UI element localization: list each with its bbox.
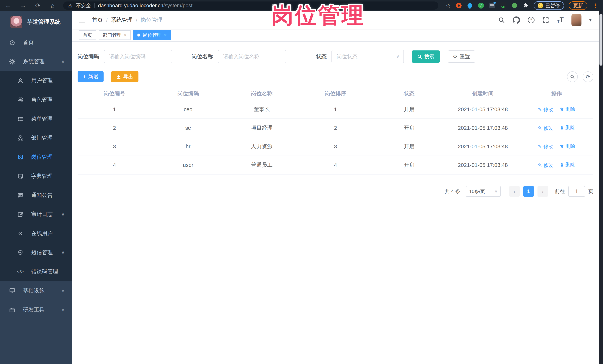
- reload-icon[interactable]: ⟳: [34, 2, 42, 9]
- sidebar-item-menus[interactable]: 菜单管理: [0, 109, 72, 128]
- edit-link[interactable]: ✎修改: [538, 125, 553, 132]
- extension-gif-icon[interactable]: GIF: [500, 2, 507, 9]
- fullscreen-icon[interactable]: [542, 17, 549, 23]
- chevron-up-icon: ∧: [61, 59, 65, 64]
- forward-icon[interactable]: →: [19, 2, 27, 9]
- add-button[interactable]: + 新增: [78, 71, 104, 82]
- sidebar: 芋道管理系统 首页 系统管理 ∧ 用户管理: [0, 11, 72, 364]
- sidebar-item-audit-log[interactable]: 审计日志 ∨: [0, 205, 72, 224]
- search-icon[interactable]: [498, 17, 505, 23]
- extension-sliders-icon[interactable]: [489, 2, 495, 9]
- breadcrumb-system[interactable]: 系统管理: [111, 16, 132, 24]
- delete-link[interactable]: 删除: [560, 162, 575, 168]
- page-size-value: 10条/页: [469, 188, 485, 195]
- cell-post-name: 董事长: [225, 100, 299, 119]
- status-select[interactable]: 岗位状态 ∨: [331, 50, 404, 63]
- emoji-face-icon: [538, 3, 543, 8]
- org-tree-icon: [16, 135, 24, 141]
- edit-link[interactable]: ✎修改: [538, 162, 553, 169]
- bookmark-star-icon[interactable]: ☆: [445, 2, 451, 9]
- toggle-search-button[interactable]: [567, 71, 578, 82]
- page-size-select[interactable]: 10条/页 ∨: [466, 186, 501, 197]
- dev-tools-icon: [8, 307, 16, 313]
- delete-link[interactable]: 删除: [560, 124, 575, 131]
- browser-menu-dots-icon[interactable]: ⋮: [593, 2, 599, 9]
- extensions-puzzle-icon[interactable]: [522, 2, 529, 9]
- sidebar-item-users[interactable]: 用户管理: [0, 71, 72, 90]
- github-icon[interactable]: [513, 16, 520, 24]
- cell-post-sort: 1: [299, 100, 372, 119]
- export-button[interactable]: 导出: [111, 71, 139, 82]
- close-icon[interactable]: ×: [164, 33, 167, 38]
- breadcrumb-home[interactable]: 首页: [92, 16, 103, 24]
- refresh-button[interactable]: ⟳: [583, 71, 593, 82]
- caret-down-icon[interactable]: ▾: [589, 17, 591, 23]
- home-icon[interactable]: ⌂: [49, 2, 57, 9]
- next-page-button[interactable]: ›: [537, 186, 548, 197]
- sidebar-item-label: 岗位管理: [31, 153, 53, 161]
- extension-paused-badge[interactable]: 已暂停: [533, 1, 564, 10]
- tab-home[interactable]: 首页: [79, 30, 96, 40]
- sidebar-logo-row[interactable]: 芋道管理系统: [0, 11, 72, 33]
- cell-post-sort: 3: [299, 137, 372, 156]
- edit-link[interactable]: ✎修改: [538, 143, 553, 150]
- help-icon[interactable]: ?: [528, 17, 534, 23]
- table-row[interactable]: 4 user 普通员工 4 开启 2021-01-05 17:03:48 ✎修改…: [78, 156, 593, 174]
- extension-check-icon[interactable]: ✓: [478, 2, 484, 9]
- sidebar-item-posts[interactable]: 岗位管理: [0, 147, 72, 166]
- sms-icon: [16, 250, 24, 255]
- current-page[interactable]: 1: [523, 186, 534, 197]
- reset-button[interactable]: ⟳ 重置: [448, 50, 475, 63]
- search-button[interactable]: 搜索: [412, 50, 440, 63]
- cell-created-at: 2021-01-05 17:03:48: [446, 137, 520, 156]
- tab-departments[interactable]: 部门管理 ×: [99, 30, 131, 40]
- avatar[interactable]: [571, 14, 581, 26]
- scrollbar-thumb[interactable]: [600, 14, 603, 66]
- sidebar-item-online-users[interactable]: 在线用户: [0, 224, 72, 243]
- table-header-row: 岗位编号 岗位编码 岗位名称 岗位排序 状态 创建时间 操作: [78, 87, 593, 100]
- vertical-scrollbar[interactable]: [599, 11, 603, 364]
- table-row[interactable]: 1 ceo 董事长 1 开启 2021-01-05 17:03:48 ✎修改 删…: [78, 100, 593, 119]
- extension-donut-icon[interactable]: [456, 2, 462, 9]
- cell-post-name: 人力资源: [225, 137, 299, 156]
- sidebar-item-system[interactable]: 系统管理 ∧: [0, 52, 72, 71]
- export-button-label: 导出: [123, 73, 133, 80]
- delete-link[interactable]: 删除: [560, 143, 575, 149]
- edit-link[interactable]: ✎修改: [538, 106, 553, 113]
- sidebar-item-label: 通知公告: [31, 192, 53, 199]
- paused-label: 已暂停: [545, 2, 560, 9]
- close-icon[interactable]: ×: [124, 33, 127, 38]
- prev-page-button[interactable]: ‹: [509, 186, 520, 197]
- sidebar-item-error-codes[interactable]: </> 错误码管理: [0, 262, 72, 281]
- security-label: 不安全: [76, 2, 91, 9]
- app-logo: [10, 16, 22, 28]
- browser-nav-buttons: ← → ⟳ ⌂: [4, 2, 57, 9]
- table-row[interactable]: 2 se 项目经理 2 开启 2021-01-05 17:03:48 ✎修改 删…: [78, 119, 593, 137]
- sidebar-item-dictionary[interactable]: 字典管理: [0, 166, 72, 186]
- extension-pin-icon[interactable]: [467, 2, 473, 9]
- sidebar-item-roles[interactable]: 角色管理: [0, 90, 72, 109]
- back-icon[interactable]: ←: [4, 2, 12, 9]
- font-size-icon[interactable]: TT: [557, 16, 564, 24]
- sidebar-item-departments[interactable]: 部门管理: [0, 128, 72, 147]
- post-name-input[interactable]: [218, 50, 286, 63]
- delete-link[interactable]: 删除: [560, 106, 575, 112]
- sidebar-item-home[interactable]: 首页: [0, 33, 72, 52]
- watermark-annotation: 岗位管理: [271, 1, 365, 30]
- hamburger-icon[interactable]: [79, 18, 85, 22]
- extension-figure-icon[interactable]: [511, 2, 518, 9]
- cell-post-code: user: [151, 156, 225, 174]
- trash-icon: [560, 144, 564, 148]
- security-warning-icon[interactable]: ⚠: [68, 3, 73, 9]
- table-row[interactable]: 3 hr 人力资源 3 开启 2021-01-05 17:03:48 ✎修改 删…: [78, 137, 593, 156]
- goto-page-input[interactable]: [568, 186, 585, 197]
- tab-posts[interactable]: 岗位管理 ×: [133, 30, 171, 40]
- sidebar-item-infrastructure[interactable]: 基础设施 ∨: [0, 281, 72, 300]
- browser-update-button[interactable]: 更新: [569, 1, 587, 10]
- sidebar-item-announcements[interactable]: 通知公告: [0, 186, 72, 205]
- cell-created-at: 2021-01-05 17:03:48: [446, 100, 520, 119]
- post-code-input[interactable]: [104, 50, 172, 63]
- address-bar[interactable]: ⚠ 不安全 dashboard.yudao.iocoder.cn/system/…: [63, 1, 438, 10]
- sidebar-item-sms[interactable]: 短信管理 ∨: [0, 243, 72, 262]
- sidebar-item-dev-tools[interactable]: 研发工具 ∨: [0, 300, 72, 319]
